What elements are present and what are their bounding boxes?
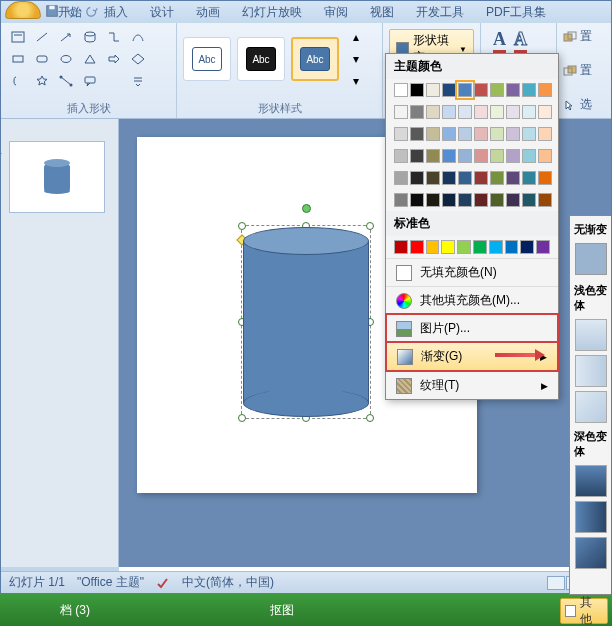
shape-elbow[interactable] — [103, 27, 125, 47]
shape-cylinder[interactable] — [79, 27, 101, 47]
theme-color-swatch[interactable] — [474, 83, 488, 97]
theme-tint-swatch[interactable] — [426, 105, 440, 119]
theme-tint-swatch[interactable] — [458, 127, 472, 141]
gradient-preset[interactable] — [575, 537, 607, 569]
theme-tint-swatch[interactable] — [506, 171, 520, 185]
theme-color-swatch[interactable] — [490, 83, 504, 97]
theme-color-swatch[interactable] — [538, 83, 552, 97]
theme-tint-swatch[interactable] — [506, 193, 520, 207]
theme-tint-swatch[interactable] — [490, 149, 504, 163]
theme-color-swatch[interactable] — [506, 83, 520, 97]
theme-tint-swatch[interactable] — [522, 105, 536, 119]
more-colors-item[interactable]: 其他填充颜色(M)... — [386, 286, 558, 314]
tab-开发工具[interactable]: 开发工具 — [405, 0, 475, 23]
theme-tint-swatch[interactable] — [458, 171, 472, 185]
tab-插入[interactable]: 插入 — [93, 0, 139, 23]
gradient-preset[interactable] — [575, 355, 607, 387]
shape-line[interactable] — [31, 27, 53, 47]
spellcheck-icon[interactable] — [156, 577, 170, 589]
theme-tint-swatch[interactable] — [410, 127, 424, 141]
gallery-down-icon[interactable]: ▾ — [345, 49, 367, 69]
theme-color-swatch[interactable] — [410, 83, 424, 97]
theme-tint-swatch[interactable] — [442, 105, 456, 119]
shape-diamond[interactable] — [127, 49, 149, 69]
tab-视图[interactable]: 视图 — [359, 0, 405, 23]
theme-tint-swatch[interactable] — [426, 127, 440, 141]
status-language[interactable]: 中文(简体，中国) — [182, 574, 274, 591]
theme-tint-swatch[interactable] — [394, 149, 408, 163]
theme-color-swatch[interactable] — [522, 83, 536, 97]
undo-icon[interactable] — [65, 4, 79, 18]
shape-triangle[interactable] — [79, 49, 101, 69]
rotate-handle[interactable] — [302, 204, 311, 213]
cylinder-shape[interactable] — [243, 227, 369, 417]
gradient-preset[interactable] — [575, 501, 607, 533]
theme-tint-swatch[interactable] — [426, 149, 440, 163]
tab-动画[interactable]: 动画 — [185, 0, 231, 23]
theme-tint-swatch[interactable] — [458, 105, 472, 119]
tab-PDF工具集[interactable]: PDF工具集 — [475, 0, 557, 23]
tab-幻灯片放映[interactable]: 幻灯片放映 — [231, 0, 313, 23]
normal-view-button[interactable] — [547, 576, 565, 590]
selection-pane-button[interactable]: 选 — [561, 95, 594, 114]
theme-color-swatch[interactable] — [394, 83, 408, 97]
text-outline-button[interactable]: A — [514, 29, 527, 53]
taskbar-item-1[interactable]: 档 (3) — [60, 602, 90, 619]
theme-tint-swatch[interactable] — [442, 127, 456, 141]
theme-tint-swatch[interactable] — [506, 149, 520, 163]
theme-tint-swatch[interactable] — [490, 171, 504, 185]
bring-front-button[interactable]: 置 — [561, 27, 594, 46]
tab-审阅[interactable]: 审阅 — [313, 0, 359, 23]
standard-color-swatch[interactable] — [410, 240, 424, 254]
shape-rightarrow[interactable] — [103, 49, 125, 69]
theme-color-swatch[interactable] — [442, 83, 456, 97]
theme-tint-swatch[interactable] — [394, 171, 408, 185]
theme-tint-swatch[interactable] — [410, 193, 424, 207]
gradient-fill-item[interactable]: 渐变(G) ▶ — [386, 342, 558, 371]
resize-handle-ne[interactable] — [366, 222, 374, 230]
standard-color-swatch[interactable] — [426, 240, 440, 254]
theme-tint-swatch[interactable] — [538, 193, 552, 207]
theme-tint-swatch[interactable] — [474, 193, 488, 207]
redo-icon[interactable] — [85, 4, 99, 18]
theme-tint-swatch[interactable] — [538, 105, 552, 119]
standard-color-swatch[interactable] — [457, 240, 471, 254]
theme-tint-swatch[interactable] — [474, 171, 488, 185]
picture-fill-item[interactable]: 图片(P)... — [386, 314, 558, 342]
theme-tint-swatch[interactable] — [442, 149, 456, 163]
slide-thumbnail-1[interactable]: 1 — [9, 141, 105, 213]
theme-tint-swatch[interactable] — [490, 105, 504, 119]
style-preview-2[interactable]: Abc — [237, 37, 285, 81]
save-icon[interactable] — [45, 4, 59, 18]
theme-tint-swatch[interactable] — [442, 193, 456, 207]
standard-color-swatch[interactable] — [536, 240, 550, 254]
no-fill-item[interactable]: 无填充颜色(N) — [386, 258, 558, 286]
resize-handle-sw[interactable] — [238, 414, 246, 422]
theme-tint-swatch[interactable] — [474, 127, 488, 141]
theme-tint-swatch[interactable] — [394, 127, 408, 141]
theme-tint-swatch[interactable] — [410, 105, 424, 119]
gradient-preset[interactable] — [575, 319, 607, 351]
resize-handle-se[interactable] — [366, 414, 374, 422]
shape-connector[interactable] — [55, 71, 77, 91]
theme-tint-swatch[interactable] — [410, 149, 424, 163]
resize-handle-nw[interactable] — [238, 222, 246, 230]
shape-freeform[interactable] — [127, 27, 149, 47]
theme-tint-swatch[interactable] — [458, 149, 472, 163]
gallery-up-icon[interactable]: ▴ — [345, 27, 367, 47]
office-button[interactable] — [5, 1, 41, 19]
theme-tint-swatch[interactable] — [474, 105, 488, 119]
taskbar-item-2[interactable]: 抠图 — [270, 602, 294, 619]
theme-tint-swatch[interactable] — [426, 171, 440, 185]
standard-color-swatch[interactable] — [473, 240, 487, 254]
theme-tint-swatch[interactable] — [506, 105, 520, 119]
theme-tint-swatch[interactable] — [522, 127, 536, 141]
theme-tint-swatch[interactable] — [426, 193, 440, 207]
shape-roundrect[interactable] — [31, 49, 53, 69]
theme-tint-swatch[interactable] — [442, 171, 456, 185]
shapes-gallery[interactable] — [7, 27, 170, 91]
shape-arrow[interactable] — [55, 27, 77, 47]
theme-tint-swatch[interactable] — [490, 127, 504, 141]
theme-tint-swatch[interactable] — [458, 193, 472, 207]
shape-callout[interactable] — [79, 71, 101, 91]
